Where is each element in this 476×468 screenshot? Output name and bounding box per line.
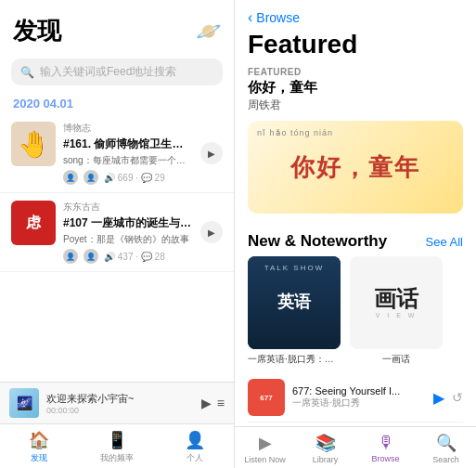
left-panel: 发现 🪐 🔍 输入关键词或Feed地址搜索 2020 04.01 🤚 博物志 #… (0, 0, 235, 468)
feed-avatar-3: 👤 (63, 249, 78, 264)
player-time: 00:00:00 (46, 406, 194, 415)
feed-thumbnail-museum: 🤚 (11, 122, 56, 166)
listen-now-icon: ▶ (259, 433, 272, 453)
right-bottom-nav: ▶ Listen Now 📚 Library 🎙 Browse 🔍 Search (235, 426, 476, 468)
podcast-card-name-1: 一席英语·脱口秀：老... (248, 353, 341, 366)
feed-thumbnail-city: 虑 (11, 201, 56, 245)
see-all-button[interactable]: See All (426, 235, 463, 249)
feed-avatar-4: 👤 (84, 249, 98, 264)
left-bottom-nav: 🏠 发现 📱 我的频率 👤 个人 (0, 423, 234, 468)
date-label: 2020 04.01 (0, 93, 234, 114)
episode-thumbnail-677: 677 (248, 379, 285, 416)
feed-meta-2: 👤 👤 🔊 437 · 💬 28 (63, 249, 193, 264)
player-bar: 🌌 欢迎来探索小宇宙~ 00:00:00 ▶ ≡ (0, 382, 234, 423)
banner-pinyin-small: nǐ hǎo tóng nián (257, 128, 333, 137)
feed-stats-2: 🔊 437 · 💬 28 (104, 252, 165, 262)
right-page-title: Featured (235, 30, 476, 67)
planet-icon: 🪐 (196, 20, 221, 44)
right-nav-browse[interactable]: 🎙 Browse (355, 427, 416, 468)
featured-section: FEATURED 你好，童年 周铁君 nǐ hǎo tóng nián 你好，童… (235, 67, 476, 225)
feed-icon: 📱 (107, 430, 127, 450)
left-nav-discover-label: 发现 (31, 452, 47, 464)
featured-tag: FEATURED (248, 67, 463, 77)
new-noteworthy-title: New & Noteworthy (248, 232, 387, 251)
talk-show-visual: TALK SHOW 英语 (248, 256, 341, 349)
library-icon: 📚 (315, 433, 336, 453)
left-nav-profile[interactable]: 👤 个人 (156, 424, 234, 468)
episode-play-button-677[interactable]: ▶ (433, 389, 444, 407)
right-header: ‹ Browse (235, 0, 476, 30)
podcast-thumb-talk: TALK SHOW 英语 (248, 256, 341, 349)
player-thumbnail: 🌌 (9, 388, 39, 418)
feed-avatar-2: 👤 (84, 170, 98, 185)
banner-chinese-text: 你好，童年 (290, 151, 420, 184)
search-bar[interactable]: 🔍 输入关键词或Feed地址搜索 (11, 58, 223, 85)
list-item: 🤚 博物志 #161. 偷师博物馆卫生间 ... song：每座城市都需要一个像… (0, 114, 234, 193)
page-title: 发现 (13, 15, 61, 47)
table-row: 677 677: Seeing Yourself I... 一席英语·脱口秀 ▶… (248, 373, 463, 422)
back-button[interactable]: Browse (256, 10, 300, 25)
talk-show-sub: TALK SHOW (248, 264, 341, 272)
episode-podcast-677: 一席英语·脱口秀 (292, 396, 426, 410)
feed-content-1: 博物志 #161. 偷师博物馆卫生间 ... song：每座城市都需要一个像咖啡… (63, 122, 193, 185)
featured-podcast-title: 你好，童年 (248, 79, 463, 97)
episode-title-677: 677: Seeing Yourself I... (292, 385, 426, 396)
feed-desc-1: song：每座城市都需要一个像咖啡地图一样的公园指南 (63, 154, 193, 167)
right-nav-library[interactable]: 📚 Library (295, 427, 355, 468)
podcast-card-name-2: 一画话 (350, 353, 443, 366)
podcast-thumb-huihua: 画话 V I E W (350, 256, 443, 349)
podcast-card-2[interactable]: 画话 V I E W 一画话 (350, 256, 443, 366)
player-list-button[interactable]: ≡ (217, 396, 225, 410)
feed-meta-1: 👤 👤 🔊 669 · 💬 29 (63, 170, 193, 185)
browse-icon: 🎙 (378, 433, 394, 452)
player-play-button[interactable]: ▶ (201, 396, 212, 410)
feed-title-2: #107 一座城市的诞生与衰老 (63, 215, 193, 231)
play-button-1[interactable]: ▶ (200, 142, 223, 164)
player-controls: ▶ ≡ (201, 396, 225, 410)
player-info: 欢迎来探索小宇宙~ 00:00:00 (46, 392, 194, 415)
episode-more-button-677[interactable]: ↺ (452, 390, 463, 405)
city-label: 虑 (26, 215, 41, 230)
featured-banner[interactable]: nǐ hǎo tóng nián 你好，童年 (248, 121, 463, 214)
search-icon: 🔍 (20, 66, 34, 79)
podcast-row: TALK SHOW 英语 一席英语·脱口秀：老... 画话 V I E W 一画… (235, 256, 476, 373)
huihua-visual: 画话 V I E W (350, 256, 443, 349)
feed-source-1: 博物志 (63, 122, 193, 135)
feed-content-2: 东东古吉 #107 一座城市的诞生与衰老 Poyet：那是《钢铁的》的故事 👤 … (63, 201, 193, 264)
discover-icon: 🏠 (29, 430, 49, 450)
list-item: 虑 东东古吉 #107 一座城市的诞生与衰老 Poyet：那是《钢铁的》的故事 … (0, 193, 234, 272)
profile-icon: 👤 (185, 430, 205, 450)
search-nav-icon: 🔍 (436, 433, 457, 453)
huihua-sub: V I E W (376, 312, 418, 318)
play-button-2[interactable]: ▶ (200, 221, 223, 243)
back-chevron-icon: ‹ (248, 9, 252, 26)
feed-source-2: 东东古吉 (63, 201, 193, 214)
feed-title-1: #161. 偷师博物馆卫生间 ... (63, 136, 193, 152)
podcast-card-1[interactable]: TALK SHOW 英语 一席英语·脱口秀：老... (248, 256, 341, 366)
left-nav-discover[interactable]: 🏠 发现 (0, 424, 78, 468)
right-panel: ‹ Browse Featured FEATURED 你好，童年 周铁君 nǐ … (235, 0, 476, 468)
episode-list: 677 677: Seeing Yourself I... 一席英语·脱口秀 ▶… (235, 373, 476, 422)
search-placeholder: 输入关键词或Feed地址搜索 (40, 64, 176, 80)
right-nav-library-label: Library (313, 455, 339, 464)
left-nav-feed-label: 我的频率 (100, 452, 134, 464)
player-title: 欢迎来探索小宇宙~ (46, 392, 194, 406)
right-nav-search-label: Search (432, 455, 459, 464)
featured-podcast-author: 周铁君 (248, 98, 463, 113)
left-header: 发现 🪐 (0, 0, 234, 55)
feed-desc-2: Poyet：那是《钢铁的》的故事 (63, 233, 193, 246)
feed-avatar-1: 👤 (63, 170, 78, 185)
museum-hand-icon: 🤚 (18, 129, 50, 160)
feed-stats-1: 🔊 669 · 💬 29 (104, 173, 165, 183)
right-nav-browse-label: Browse (371, 454, 399, 463)
left-nav-feed[interactable]: 📱 我的频率 (78, 424, 156, 468)
right-nav-search[interactable]: 🔍 Search (416, 427, 476, 468)
new-noteworthy-header: New & Noteworthy See All (235, 225, 476, 256)
right-nav-listen-now-label: Listen Now (244, 455, 286, 464)
left-nav-profile-label: 个人 (187, 452, 203, 464)
right-nav-listen-now[interactable]: ▶ Listen Now (235, 427, 295, 468)
right-scroll-area: FEATURED 你好，童年 周铁君 nǐ hǎo tóng nián 你好，童… (235, 67, 476, 426)
huihua-chinese: 画话 (374, 288, 418, 310)
episode-info-677: 677: Seeing Yourself I... 一席英语·脱口秀 (292, 385, 426, 410)
feed-list: 🤚 博物志 #161. 偷师博物馆卫生间 ... song：每座城市都需要一个像… (0, 114, 234, 382)
